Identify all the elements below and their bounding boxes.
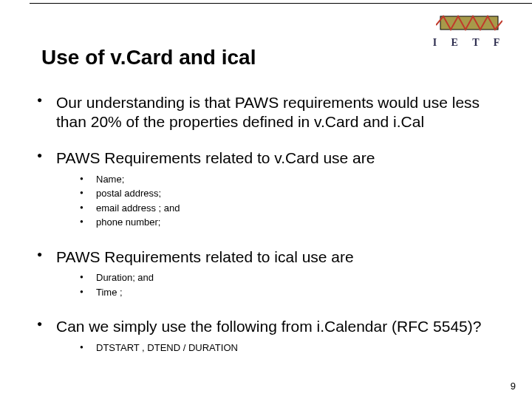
bullet-2-sub-1: Name;: [78, 172, 502, 187]
bullet-2-sub-3: email address ; and: [78, 201, 502, 216]
bullet-1: Our understanding is that PAWS requireme…: [34, 93, 502, 131]
page-number: 9: [511, 381, 516, 392]
bullet-2-sub-4: phone number;: [78, 215, 502, 230]
bullet-2: PAWS Requirements related to v.Card use …: [34, 149, 502, 168]
ietf-logo: I E T F: [429, 10, 510, 49]
bullet-3-sub-2: Time ;: [78, 285, 502, 300]
bullet-3: PAWS Requirements related to ical use ar…: [34, 248, 502, 267]
bullet-2-sublist: Name; postal address; email address ; an…: [34, 172, 502, 230]
slide-content: Our understanding is that PAWS requireme…: [34, 81, 502, 355]
bullet-4-sublist: DTSTART , DTEND / DURATION: [34, 341, 502, 355]
bullet-3-sub-1: Duration; and: [78, 270, 502, 285]
bullet-4: Can we simply use the following from i.C…: [34, 317, 502, 336]
top-rule: [30, 3, 532, 4]
slide-title: Use of v.Card and ical: [41, 46, 256, 69]
bullet-3-sublist: Duration; and Time ;: [34, 270, 502, 299]
bullet-4-sub-1: DTSTART , DTEND / DURATION: [78, 341, 502, 355]
ietf-logo-icon: [436, 10, 502, 35]
ietf-logo-text: I E T F: [429, 37, 510, 49]
bullet-2-sub-2: postal address;: [78, 186, 502, 201]
